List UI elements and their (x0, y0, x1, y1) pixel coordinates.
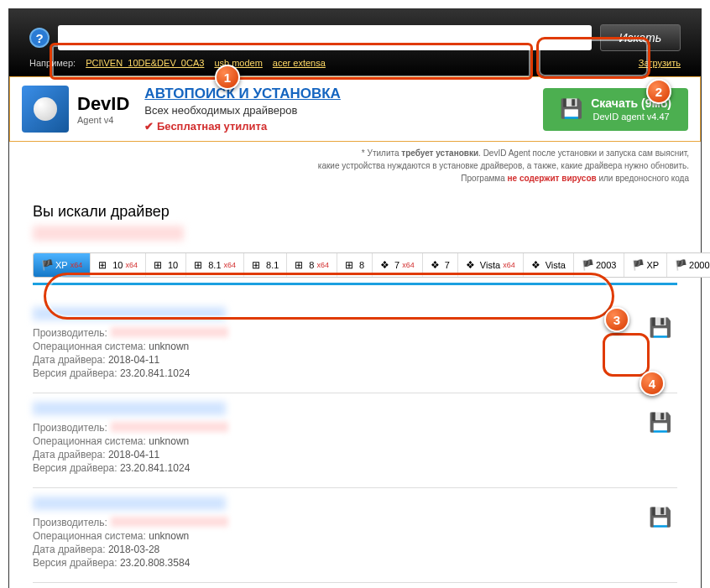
windows-icon: ⊞ (345, 259, 357, 271)
annotation-marker-4: 4 (640, 371, 665, 396)
windows-icon: 🏴 (582, 259, 593, 271)
os-label: Операционная система: (33, 435, 146, 447)
result-item: Производитель:Операционная система: unkn… (33, 393, 677, 488)
os-tab-7-x64[interactable]: ❖7x64 (373, 253, 423, 277)
windows-icon: ⊞ (98, 259, 110, 271)
windows-icon: 🏴 (675, 259, 687, 271)
manufacturer-label: Производитель: (33, 517, 107, 528)
os-value: unknown (149, 530, 189, 542)
example-link-1[interactable]: PCI\VEN_10DE&DEV_0CA3 (86, 58, 204, 68)
result-item: Производитель:Операционная система: unkn… (33, 299, 677, 393)
promo-banner: DevID Agent v4 АВТОПОИСК И УСТАНОВКА Все… (9, 76, 701, 142)
promo-free-badge: Бесплатная утилита (144, 120, 528, 133)
save-driver-button[interactable]: 💾 (647, 505, 672, 530)
windows-icon: 🏴 (41, 259, 53, 271)
os-tab-XP[interactable]: 🏴XP (624, 253, 667, 277)
manufacturer-label: Производитель: (33, 327, 107, 339)
version-label: Версия драйвера: (33, 462, 117, 474)
floppy-icon: 💾 (649, 507, 671, 528)
os-tab-7[interactable]: ❖7 (423, 253, 458, 277)
os-tab-10-x64[interactable]: ⊞10x64 (91, 253, 146, 277)
os-tab-81-x64[interactable]: ⊞8.1x64 (186, 253, 244, 277)
windows-icon: ⊞ (252, 259, 264, 271)
blurred-value (111, 517, 228, 527)
date-label: Дата драйвера: (33, 354, 106, 366)
blurred-value (111, 327, 228, 337)
blurred-query (33, 226, 184, 241)
version-value: 23.20.841.1024 (120, 367, 190, 379)
brand-title: DevID (77, 93, 129, 115)
floppy-icon: 💾 (649, 412, 671, 434)
windows-icon: ❖ (431, 259, 442, 271)
promo-headline-link[interactable]: АВТОПОИСК И УСТАНОВКА (144, 86, 341, 101)
promo-subline: Всех необходимых драйверов (144, 104, 528, 117)
blurred-driver-title (33, 307, 226, 320)
help-icon[interactable]: ? (29, 28, 50, 48)
windows-icon: 🏴 (632, 259, 644, 271)
install-note: * Утилита требует установки. DevID Agent… (9, 142, 701, 190)
result-item: Производитель:Операционная система: unkn… (33, 488, 677, 583)
version-label: Версия драйвера: (33, 557, 117, 569)
search-button[interactable]: Искать (600, 24, 681, 51)
date-value: 2018-04-11 (108, 449, 159, 461)
windows-icon: ⊞ (154, 259, 165, 271)
os-value: unknown (149, 341, 189, 352)
date-value: 2018-03-28 (108, 544, 159, 555)
windows-icon: ❖ (531, 259, 543, 271)
os-tab-81[interactable]: ⊞8.1 (244, 253, 287, 277)
os-label: Операционная система: (33, 341, 146, 352)
version-label: Версия драйвера: (33, 367, 117, 379)
os-tab-Vista-x64[interactable]: ❖Vistax64 (458, 253, 524, 277)
floppy-icon: 💾 (649, 317, 671, 339)
version-value: 23.20.808.3584 (120, 557, 190, 569)
blurred-driver-title (33, 402, 226, 415)
load-link[interactable]: Загрузить (639, 58, 681, 68)
annotation-marker-2: 2 (646, 79, 671, 104)
example-link-3[interactable]: acer extensa (273, 58, 326, 68)
date-label: Дата драйвера: (33, 544, 106, 555)
os-tab-XP-x64[interactable]: 🏴XPx64 (34, 253, 91, 277)
windows-icon: ❖ (466, 259, 478, 271)
os-label: Операционная система: (33, 530, 146, 542)
os-tab-8-x64[interactable]: ⊞8x64 (287, 253, 337, 277)
os-tab-8[interactable]: ⊞8 (337, 253, 373, 277)
version-value: 23.20.841.1024 (120, 462, 190, 474)
os-tab-2003[interactable]: 🏴2003 (574, 253, 624, 277)
os-value: unknown (149, 435, 189, 447)
date-value: 2018-04-11 (108, 354, 159, 366)
windows-icon: ⊞ (295, 259, 306, 271)
results-heading: Вы искали драйвер (33, 203, 677, 221)
os-filter-tabs: 🏴XPx64⊞10x64⊞10⊞8.1x64⊞8.1⊞8x64⊞8❖7x64❖7… (33, 252, 710, 278)
os-tab-10[interactable]: ⊞10 (146, 253, 186, 277)
windows-icon: ❖ (380, 259, 392, 271)
example-label: Например: (29, 58, 76, 68)
windows-icon: ⊞ (194, 259, 206, 271)
results-list: Производитель:Операционная система: unkn… (33, 299, 677, 583)
save-driver-button[interactable]: 💾 (647, 410, 672, 435)
manufacturer-label: Производитель: (33, 422, 107, 434)
save-driver-button[interactable]: 💾 (647, 315, 672, 341)
devid-logo-icon (22, 86, 69, 133)
top-search-bar: ? Искать Например: PCI\VEN_10DE&DEV_0CA3… (9, 9, 701, 76)
date-label: Дата драйвера: (33, 449, 106, 461)
annotation-marker-3: 3 (604, 307, 629, 332)
os-tab-Vista[interactable]: ❖Vista (524, 253, 574, 277)
os-tab-2000[interactable]: 🏴2000 (667, 253, 710, 277)
search-input[interactable] (58, 25, 592, 50)
blurred-value (111, 422, 228, 432)
divider (33, 283, 677, 285)
agent-version: Agent v4 (77, 115, 129, 125)
annotation-marker-1: 1 (215, 65, 240, 90)
floppy-icon: 💾 (560, 98, 582, 120)
blurred-driver-title (33, 497, 226, 510)
